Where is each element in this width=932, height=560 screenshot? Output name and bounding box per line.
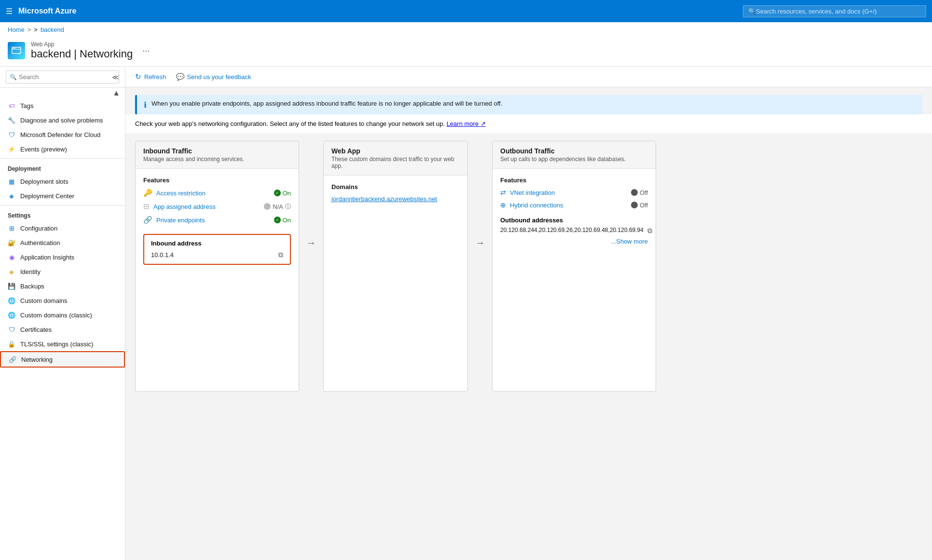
inbound-subtitle: Manage access and incoming services. — [143, 156, 291, 163]
access-restriction-status: ✓ On — [274, 190, 291, 197]
app-assigned-link[interactable]: App assigned address — [153, 203, 260, 210]
inbound-title: Inbound Traffic — [143, 147, 291, 155]
main-layout: 🔍 ≪ ▲ 🏷 Tags 🔧 Diagnose and solve proble… — [0, 67, 932, 560]
arrow-inbound-to-webapp: → — [299, 141, 323, 248]
breadcrumb-home[interactable]: Home — [8, 26, 25, 33]
show-more-link[interactable]: ...Show more — [500, 238, 648, 245]
sidebar-label-backups: Backups — [20, 283, 44, 290]
feature-row-access-restriction: 🔑 Access restriction ✓ On — [143, 189, 291, 197]
access-restriction-status-text: On — [283, 190, 291, 197]
feature-row-app-assigned: ⊟ App assigned address N/A ⓘ — [143, 202, 291, 211]
inbound-address-box: Inbound address 10.0.1.4 ⧉ — [143, 234, 291, 265]
toolbar: ↻ Refresh 💬 Send us your feedback — [125, 67, 932, 87]
sidebar-item-custom-domains-classic[interactable]: 🌐 Custom domains (classic) — [0, 308, 125, 322]
status-on-dot: ✓ — [274, 190, 281, 196]
app-insights-icon: ◉ — [8, 253, 15, 261]
inbound-traffic-box: Inbound Traffic Manage access and incomi… — [135, 141, 299, 392]
outbound-traffic-box: Outbound Traffic Set up calls to app dep… — [492, 141, 656, 392]
sidebar-item-identity[interactable]: ◈ Identity — [0, 264, 125, 279]
hybrid-link[interactable]: Hybrid connections — [510, 202, 627, 209]
scroll-up-indicator: ▲ — [0, 88, 125, 98]
sidebar-label-tags: Tags — [20, 102, 33, 109]
domain-link[interactable]: jordanntierbackend.azurewebsites.net — [331, 195, 437, 203]
sidebar-label-identity: Identity — [20, 268, 41, 275]
sidebar-item-deployment-slots[interactable]: ▦ Deployment slots — [0, 174, 125, 189]
feature-row-hybrid: ⊕ Hybrid connections Off — [500, 201, 648, 209]
sidebar-item-authentication[interactable]: 🔐 Authentication — [0, 235, 125, 250]
sidebar-item-backups[interactable]: 💾 Backups — [0, 279, 125, 293]
sidebar-item-tags[interactable]: 🏷 Tags — [0, 98, 125, 113]
sidebar-section-settings: Settings — [0, 207, 125, 221]
sidebar-item-defender[interactable]: 🛡 Microsoft Defender for Cloud — [0, 127, 125, 142]
outbound-body: Features ⇄ VNet integration Off ⊕ Hybrid — [493, 169, 656, 253]
webapp-subtitle: These custom domains direct traffic to y… — [331, 156, 460, 169]
inbound-address-label: Inbound address — [151, 240, 283, 247]
domains-label: Domains — [331, 183, 460, 191]
outbound-features-label: Features — [500, 177, 648, 184]
app-assigned-status: N/A ⓘ — [264, 203, 291, 211]
outbound-title: Outbound Traffic — [500, 147, 648, 155]
inbound-header: Inbound Traffic Manage access and incomi… — [136, 141, 299, 169]
app-assigned-info-icon: ⓘ — [285, 203, 291, 211]
webapp-body: Domains jordanntierbackend.azurewebsites… — [324, 176, 467, 210]
refresh-button[interactable]: ↻ Refresh — [135, 70, 166, 83]
webapp-title: Web App — [331, 147, 460, 155]
breadcrumb-backend[interactable]: backend — [41, 26, 64, 33]
tags-icon: 🏷 — [8, 102, 15, 109]
svg-point-1 — [13, 48, 14, 49]
sidebar-label-defender: Microsoft Defender for Cloud — [20, 131, 100, 138]
hamburger-menu[interactable]: ☰ — [6, 7, 13, 16]
hybrid-icon: ⊕ — [500, 201, 506, 209]
deployment-slots-icon: ▦ — [8, 178, 15, 185]
sidebar-item-custom-domains[interactable]: 🌐 Custom domains — [0, 293, 125, 308]
app-assigned-status-text: N/A — [273, 203, 283, 210]
refresh-icon: ↻ — [135, 72, 141, 81]
sidebar-item-networking[interactable]: 🔗 Networking — [0, 351, 125, 368]
custom-domains-icon: 🌐 — [8, 297, 15, 304]
sidebar-label-deployment-center: Deployment Center — [20, 192, 74, 200]
sidebar-item-app-insights[interactable]: ◉ Application Insights — [0, 250, 125, 264]
sidebar-label-events: Events (preview) — [20, 146, 67, 153]
content-area: ↻ Refresh 💬 Send us your feedback ℹ When… — [125, 67, 932, 560]
sidebar-label-networking: Networking — [21, 356, 53, 363]
defender-icon: 🛡 — [8, 131, 15, 138]
feature-row-vnet: ⇄ VNet integration Off — [500, 189, 648, 196]
certificates-icon: 🛡 — [8, 326, 15, 333]
arrow-icon-1: → — [306, 237, 316, 248]
sidebar-label-diagnose: Diagnose and solve problems — [20, 117, 103, 124]
outbound-header: Outbound Traffic Set up calls to app dep… — [493, 141, 656, 169]
events-icon: ⚡ — [8, 145, 15, 153]
inbound-body: Features 🔑 Access restriction ✓ On ⊟ App — [136, 169, 299, 273]
more-options-button[interactable]: ··· — [142, 46, 150, 56]
copy-inbound-address-button[interactable]: ⧉ — [278, 251, 283, 259]
sidebar-item-certificates[interactable]: 🛡 Certificates — [0, 322, 125, 337]
access-restriction-link[interactable]: Access restriction — [156, 190, 270, 197]
breadcrumb-sep2: > — [34, 26, 38, 33]
private-endpoints-status-text: On — [283, 217, 291, 224]
svg-point-2 — [14, 48, 15, 49]
sidebar-collapse-button[interactable]: ≪ — [112, 73, 119, 81]
sidebar-search-input[interactable] — [6, 70, 119, 83]
private-endpoints-status: ✓ On — [274, 217, 291, 224]
copy-outbound-addresses-button[interactable]: ⧉ — [647, 227, 652, 235]
sidebar-label-deployment-slots: Deployment slots — [20, 178, 69, 185]
refresh-label: Refresh — [144, 73, 166, 81]
inbound-features-label: Features — [143, 177, 291, 184]
sidebar-item-events[interactable]: ⚡ Events (preview) — [0, 142, 125, 156]
sidebar-item-tls-ssl[interactable]: 🔒 TLS/SSL settings (classic) — [0, 337, 125, 351]
learn-more-link[interactable]: Learn more ↗ — [447, 120, 486, 127]
custom-domains-classic-icon: 🌐 — [8, 311, 15, 319]
vnet-link[interactable]: VNet integration — [510, 189, 627, 196]
sidebar-label-configuration: Configuration — [20, 225, 57, 232]
private-endpoints-link[interactable]: Private endpoints — [156, 217, 270, 224]
feedback-button[interactable]: 💬 Send us your feedback — [176, 71, 251, 82]
global-search-bar[interactable]: 🔍 Search resources, services, and docs (… — [743, 5, 926, 17]
feedback-icon: 💬 — [176, 73, 184, 81]
sidebar-item-deployment-center[interactable]: ◈ Deployment Center — [0, 189, 125, 203]
sidebar-item-diagnose[interactable]: 🔧 Diagnose and solve problems — [0, 113, 125, 127]
global-search-placeholder: Search resources, services, and docs (G+… — [756, 8, 877, 15]
sidebar-search-container: 🔍 ≪ — [0, 67, 125, 88]
sidebar-item-configuration[interactable]: ⊞ Configuration — [0, 221, 125, 235]
breadcrumb: Home > > backend — [0, 22, 932, 37]
page-subtitle: Web App — [31, 41, 133, 48]
